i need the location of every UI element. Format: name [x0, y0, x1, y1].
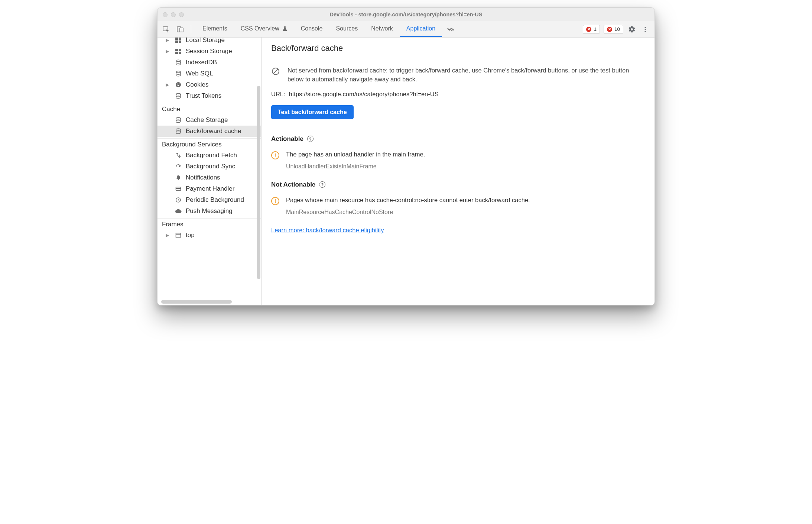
- heading-label: Not Actionable: [271, 181, 315, 188]
- minimize-window-button[interactable]: [171, 12, 176, 17]
- sidebar-item-frame-top[interactable]: ▶ top: [157, 230, 261, 241]
- svg-point-17: [177, 84, 178, 84]
- inspect-element-icon[interactable]: [161, 25, 171, 34]
- flask-icon: [282, 26, 288, 31]
- sidebar-section-frames: Frames: [157, 218, 261, 230]
- svg-point-20: [177, 85, 178, 86]
- sidebar-item-label: Payment Handler: [186, 185, 234, 193]
- sync-icon: [175, 164, 182, 169]
- svg-rect-11: [179, 49, 181, 51]
- sidebar-item-websql[interactable]: ▶ Web SQL: [157, 68, 261, 79]
- content-area: x ▶ Local Storage ▶ Session Storage: [157, 38, 655, 305]
- main-header: Back/forward cache: [262, 38, 655, 60]
- window-titlebar: DevTools - store.google.com/us/category/…: [157, 8, 655, 21]
- tab-elements[interactable]: Elements: [196, 21, 234, 37]
- learn-more-link[interactable]: Learn more: back/forward cache eligibili…: [271, 227, 384, 233]
- svg-point-21: [176, 93, 181, 95]
- sidebar-item-local-storage[interactable]: ▶ Local Storage: [157, 38, 261, 46]
- sidebar-item-label: Session Storage: [186, 48, 232, 55]
- toolbar-divider: [191, 25, 191, 33]
- close-window-button[interactable]: [163, 12, 168, 17]
- frame-icon: [175, 233, 182, 238]
- sidebar-item-bf-cache[interactable]: ▶ Back/forward cache: [157, 126, 261, 137]
- database-icon: [175, 71, 182, 77]
- svg-point-18: [179, 83, 179, 84]
- device-toolbar-icon[interactable]: [175, 25, 185, 34]
- tab-sources[interactable]: Sources: [329, 21, 364, 37]
- warning-icon: !: [271, 151, 279, 159]
- bell-icon: [175, 175, 182, 181]
- more-options-icon[interactable]: [640, 25, 650, 34]
- database-icon: [175, 128, 182, 134]
- sidebar-item-push-messaging[interactable]: ▶ Push Messaging: [157, 206, 261, 217]
- not-allowed-icon: [271, 66, 281, 76]
- sidebar-item-payment-handler[interactable]: ▶ Payment Handler: [157, 183, 261, 194]
- error-badge-2[interactable]: ✕ 10: [604, 25, 623, 34]
- sidebar-vertical-scrollbar[interactable]: [256, 86, 261, 287]
- application-sidebar: x ▶ Local Storage ▶ Session Storage: [157, 38, 262, 305]
- svg-point-19: [178, 85, 179, 86]
- sidebar-item-label: Background Fetch: [186, 152, 237, 159]
- svg-rect-2: [180, 28, 183, 32]
- sidebar-item-label: Push Messaging: [186, 207, 233, 215]
- error-badge-1[interactable]: ✕ 1: [583, 25, 600, 34]
- zoom-window-button[interactable]: [179, 12, 184, 17]
- sidebar-item-background-fetch[interactable]: ▶ Background Fetch: [157, 150, 261, 161]
- badge-count: 10: [614, 26, 620, 32]
- more-tabs-button[interactable]: »: [442, 21, 459, 37]
- not-actionable-heading: Not Actionable ?: [271, 181, 645, 188]
- svg-rect-6: [175, 38, 178, 40]
- issue-code: MainResourceHasCacheControlNoStore: [286, 209, 530, 216]
- sidebar-item-periodic-background[interactable]: ▶ Periodic Background: [157, 194, 261, 206]
- issue-code: UnloadHandlerExistsInMainFrame: [286, 163, 425, 170]
- tab-label: Application: [406, 25, 435, 32]
- svg-rect-7: [179, 38, 181, 40]
- test-bfcache-button[interactable]: Test back/forward cache: [271, 105, 354, 119]
- sidebar-item-indexeddb[interactable]: ▶ IndexedDB: [157, 57, 261, 68]
- error-icon: ✕: [607, 27, 612, 32]
- tab-label: Elements: [202, 25, 227, 32]
- sidebar-item-trust-tokens[interactable]: ▶ Trust Tokens: [157, 90, 261, 101]
- database-icon: [175, 93, 182, 99]
- sidebar-item-cache-storage[interactable]: ▶ Cache Storage: [157, 114, 261, 126]
- help-icon[interactable]: ?: [307, 136, 314, 142]
- issue-message: The page has an unload handler in the ma…: [286, 151, 425, 158]
- sidebar-horizontal-scrollbar[interactable]: [161, 300, 232, 304]
- sidebar-item-label: Cache Storage: [186, 116, 228, 124]
- clock-icon: [175, 197, 182, 203]
- database-icon: [175, 59, 182, 65]
- svg-rect-10: [175, 49, 178, 51]
- svg-rect-8: [175, 41, 178, 43]
- devtools-toolbar: Elements CSS Overview Console Sources Ne…: [157, 21, 655, 38]
- sidebar-item-label: Background Sync: [186, 163, 235, 170]
- sidebar-item-session-storage[interactable]: ▶ Session Storage: [157, 46, 261, 57]
- sidebar-item-label: Web SQL: [186, 70, 213, 77]
- svg-point-15: [176, 71, 181, 72]
- tab-css-overview[interactable]: CSS Overview: [234, 21, 294, 37]
- url-row: URL: https://store.google.com/us/categor…: [271, 91, 645, 98]
- svg-point-5: [645, 30, 646, 32]
- svg-line-31: [273, 69, 278, 74]
- heading-label: Actionable: [271, 135, 303, 143]
- error-icon: ✕: [586, 27, 591, 32]
- actionable-heading: Actionable ?: [271, 135, 645, 143]
- sidebar-item-background-sync[interactable]: ▶ Background Sync: [157, 161, 261, 172]
- tab-console[interactable]: Console: [294, 21, 329, 37]
- tab-label: Network: [371, 25, 393, 32]
- help-icon[interactable]: ?: [319, 181, 325, 188]
- warning-icon: !: [271, 197, 279, 205]
- card-icon: [175, 186, 182, 192]
- tab-label: Console: [301, 25, 323, 32]
- sidebar-item-label: Back/forward cache: [186, 127, 241, 135]
- transfer-icon: [175, 152, 182, 158]
- issue-message: Pages whose main resource has cache-cont…: [286, 197, 530, 204]
- tab-application[interactable]: Application: [400, 21, 442, 37]
- sidebar-item-cookies[interactable]: ▶ Cookies: [157, 79, 261, 90]
- main-panel: Back/forward cache Not served from back/…: [262, 38, 655, 305]
- devtools-window: DevTools - store.google.com/us/category/…: [157, 7, 655, 305]
- svg-point-3: [645, 27, 646, 28]
- settings-icon[interactable]: [627, 25, 637, 34]
- tab-network[interactable]: Network: [364, 21, 400, 37]
- panel-tabs: Elements CSS Overview Console Sources Ne…: [196, 21, 442, 37]
- sidebar-item-notifications[interactable]: ▶ Notifications: [157, 172, 261, 183]
